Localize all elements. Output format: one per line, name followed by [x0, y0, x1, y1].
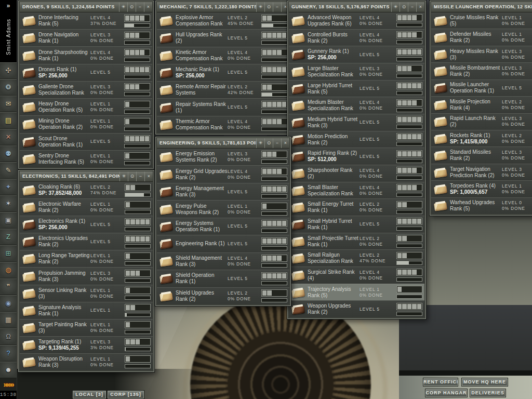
skill-row[interactable]: Shield Operation Rank (1)LEVEL 5 — [157, 270, 289, 287]
skill-row[interactable]: Warhead Upgrades Rank (5)LEVEL 00% DONE — [431, 197, 532, 214]
skill-row[interactable]: Electronics Upgrades Rank (2)LEVEL 5 — [20, 233, 153, 250]
skill-row[interactable]: Weapon Upgrades Rank (2)LEVEL 5 — [289, 300, 424, 317]
skill-row[interactable]: Mechanic Rank (1)SP: 256,000LEVEL 5 — [157, 64, 289, 81]
move-hq-here-button[interactable]: MOVE HQ HERE — [461, 378, 508, 387]
opacity-icon[interactable]: ⊙ — [400, 2, 408, 12]
opacity-icon[interactable]: ⊙ — [264, 138, 273, 148]
skill-row[interactable]: Scout Drone Operation Rank (1)LEVEL 5 — [20, 133, 152, 150]
pin-icon[interactable]: ✳ — [119, 2, 127, 12]
skill-row[interactable]: Large Blaster Specialization RankLEVEL 3… — [289, 63, 424, 80]
corp-hangar-button[interactable]: CORP HANGAR — [425, 389, 468, 397]
audio-icon[interactable]: Ω — [0, 328, 17, 345]
skill-row[interactable]: Drones Rank (1)SP: 256,000LEVEL 5 — [20, 64, 152, 81]
skill-row[interactable]: Remote Armor Repair SystemsLEVEL 242% DO… — [157, 81, 289, 98]
assets-safe-icon[interactable]: ▣ — [0, 212, 17, 229]
skill-row[interactable]: Signature Analysis Rank (1)LEVEL 1 — [20, 302, 153, 319]
skills-icon[interactable]: ❂ — [0, 79, 17, 96]
close-icon[interactable]: × — [144, 2, 152, 12]
skill-row[interactable]: Shield Upgrades Rank (2)LEVEL 20% DONE — [157, 287, 289, 304]
star-map-icon[interactable]: ✦ — [0, 179, 17, 195]
opacity-icon[interactable]: ⊙ — [264, 2, 273, 12]
skill-row[interactable]: Repair Systems Rank (1)LEVEL 5 — [157, 98, 289, 115]
rent-office-button[interactable]: RENT OFFICE — [423, 378, 458, 387]
skill-row[interactable]: Defender Missiles Rank (2)LEVEL 10% DONE — [431, 29, 532, 45]
close-icon[interactable]: × — [416, 2, 424, 12]
skill-row[interactable]: Medium Blaster Specialization RankLEVEL … — [289, 97, 424, 114]
skill-row[interactable]: Energy Grid Upgrades Rank (2)LEVEL 40% D… — [157, 165, 289, 182]
skill-row[interactable]: Gunnery Rank (1)SP: 256,000LEVEL 5 — [289, 46, 424, 63]
skill-row[interactable]: Targeting Rank (1)SP: 9,139/45,255LEVEL … — [20, 336, 153, 353]
skill-row[interactable]: Hull Upgrades Rank (2)LEVEL 5 — [157, 29, 289, 46]
character-name-block[interactable]: Smint Adams — [0, 11, 17, 62]
skill-row[interactable]: Sensor Linking Rank (3)LEVEL 10% DONE — [20, 285, 153, 302]
skill-row[interactable]: Long Range Targeting Rank (2)LEVEL 10% D… — [20, 250, 153, 267]
minimize-icon[interactable]: − — [273, 138, 281, 148]
market-calculator-icon[interactable]: ⊞ — [0, 245, 17, 262]
skill-row[interactable]: Small Blaster Specialization RankLEVEL 4… — [289, 182, 424, 199]
info-icon[interactable]: ? — [0, 345, 17, 362]
skill-row[interactable]: Small Railgun Specialization RankLEVEL 2… — [289, 249, 424, 267]
minimize-icon[interactable]: − — [273, 2, 281, 12]
skill-row[interactable]: Electronics Rank (1)SP: 256,000LEVEL 5 — [20, 216, 153, 233]
skill-row[interactable]: Energy Systems Operation Rank (1)LEVEL 5 — [157, 218, 289, 235]
skill-row[interactable]: Cloaking Rank (6)SP: 37,852/48,000LEVEL … — [20, 182, 153, 198]
skill-row[interactable]: Weapon Disruption Rank (3)LEVEL 10% DONE — [20, 353, 153, 370]
window-titlebar[interactable]: GUNNERY, 18 SKILLS, 5,176,957 POINTS ✳ ⊙… — [289, 2, 424, 12]
close-icon[interactable]: × — [281, 138, 289, 148]
skill-row[interactable]: Rapid Firing Rank (2)SP: 512,000LEVEL 5 — [289, 148, 424, 165]
blink-chevrons-icon[interactable]: »»» — [0, 378, 17, 391]
window-titlebar[interactable]: MECHANIC, 7 SKILLS, 1,222,180 POINTS ✳ ⊙… — [157, 2, 289, 12]
skill-row[interactable]: Advanced Weapon Upgrades Rank (6)LEVEL 4… — [289, 12, 424, 29]
skill-row[interactable]: Heavy Drone Operation Rank (5)LEVEL 10% … — [20, 98, 152, 115]
documents-icon[interactable]: ✕ — [0, 129, 17, 145]
window-titlebar[interactable]: ENGINEERING, 9 SKILLS, 1,781,613 POINTS … — [157, 138, 289, 149]
skill-row[interactable]: Explosive Armor Compensation RankLEVEL 2… — [157, 12, 289, 29]
skill-row[interactable]: Gallente Drone Specialization RankLEVEL … — [20, 81, 152, 98]
pin-icon[interactable]: ✳ — [119, 171, 128, 181]
opacity-icon[interactable]: ⊙ — [127, 2, 136, 12]
character-sheet-icon[interactable]: ✣ — [0, 62, 17, 79]
opacity-icon[interactable]: ⊙ — [128, 171, 136, 181]
skill-row[interactable]: Cruise Missiles Rank (5)LEVEL 10% DONE — [431, 12, 532, 29]
skill-row[interactable]: Missile Launcher Operation Rank (1)LEVEL… — [431, 79, 532, 96]
skill-row[interactable]: Shield Management Rank (3)LEVEL 40% DONE — [157, 252, 289, 270]
mail-icon[interactable]: ✉ — [0, 96, 17, 112]
skill-row[interactable]: Large Hybrid Turret Rank (5)LEVEL 5 — [289, 80, 424, 97]
skill-row[interactable]: Small Hybrid Turret Rank (1)LEVEL 5 — [289, 216, 424, 233]
skill-row[interactable]: Missile Bombardment Rank (2)LEVEL 30% DO… — [431, 62, 532, 79]
skill-row[interactable]: Torpedoes Rank (4)SP: 1,000/5,657LEVEL 1… — [431, 180, 532, 197]
skill-row[interactable]: Standard Missiles Rank (2)LEVEL 30% DONE — [431, 147, 532, 163]
chat-tab-corp[interactable]: CORP [135] — [107, 390, 144, 399]
journal-icon[interactable]: ✎ — [0, 162, 17, 179]
window-titlebar[interactable]: MISSILE LAUNCHER OPERATION, 12 SKILLS ✳ — [431, 2, 532, 12]
skill-row[interactable]: Small Projectile Turret Rank (1)LEVEL 20… — [289, 233, 424, 250]
skill-row[interactable]: Kinetic Armor Compensation RankLEVEL 40%… — [157, 47, 289, 64]
window-titlebar[interactable]: ELECTRONICS, 11 SKILLS, 842,491 POINTS ✳… — [20, 171, 153, 182]
channels-icon[interactable]: ⚉ — [0, 145, 17, 162]
notepad-icon[interactable]: ▤ — [0, 112, 17, 129]
skill-row[interactable]: Motion Prediction Rank (2)LEVEL 5 — [289, 131, 424, 148]
trade-globe-icon[interactable]: ◉ — [0, 295, 17, 312]
pin-icon[interactable]: ✳ — [256, 138, 264, 148]
skill-row[interactable]: Target Navigation Prediction Rank (2)LEV… — [431, 164, 532, 180]
deliveries-button[interactable]: DELIVERIES — [470, 389, 506, 397]
skill-row[interactable]: Drone Interfacing Rank (5)LEVEL 437% DON… — [20, 12, 152, 29]
portrait-icon[interactable]: ☻ — [0, 362, 17, 378]
skill-row[interactable]: Rapid Launch Rank (2)LEVEL 30% DONE — [431, 113, 532, 130]
skill-row[interactable]: Missile Projection Rank (4)LEVEL 20% DON… — [431, 96, 532, 113]
minimize-icon[interactable]: − — [136, 2, 144, 12]
window-titlebar[interactable]: DRONES, 9 SKILLS, 1,224,554 POINTS ✳ ⊙ −… — [20, 2, 152, 12]
help-lifering-icon[interactable]: ◍ — [0, 262, 17, 278]
expand-sidebar-icon[interactable]: » — [0, 0, 17, 11]
wallet-icon[interactable]: Z — [0, 229, 17, 245]
chat-icon[interactable]: ❞ — [0, 278, 17, 295]
skill-row[interactable]: Sentry Drone Interfacing Rank (5)LEVEL 1… — [20, 150, 152, 167]
minimize-icon[interactable]: − — [408, 2, 416, 12]
log-icon[interactable]: ▦ — [0, 312, 17, 328]
skill-row[interactable]: Trajectory Analysis Rank (5)LEVEL 10% DO… — [289, 284, 424, 301]
skill-row[interactable]: Surgical Strike Rank (4)LEVEL 40% DONE — [289, 267, 424, 284]
skill-row[interactable]: Controlled Bursts Rank (2)LEVEL 40% DONE — [289, 29, 424, 46]
skill-row[interactable]: Propulsion Jamming Rank (3)LEVEL 30% DON… — [20, 267, 153, 284]
skill-row[interactable]: Small Energy Turret Rank (1)LEVEL 20% DO… — [289, 198, 424, 216]
skill-row[interactable]: Energy Pulse Weapons Rank (2)LEVEL 10% D… — [157, 200, 289, 217]
